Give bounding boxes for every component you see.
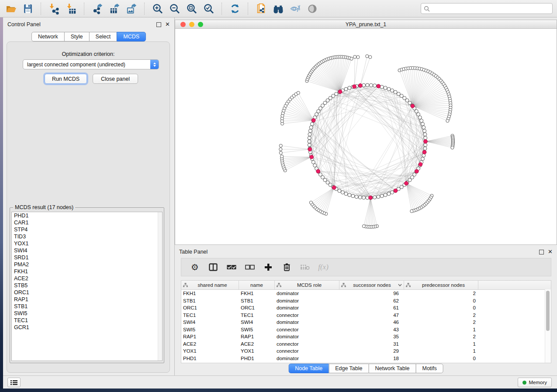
table-row[interactable]: SWI4SWI4dominator462 bbox=[181, 319, 551, 326]
mcds-hub-node[interactable] bbox=[424, 140, 428, 144]
ring-node[interactable] bbox=[423, 133, 427, 136]
mcds-hub-node[interactable] bbox=[369, 196, 373, 199]
leaf-node[interactable] bbox=[410, 210, 413, 213]
ring-node[interactable] bbox=[423, 129, 426, 133]
leaf-node[interactable] bbox=[366, 55, 369, 58]
table-row[interactable]: FKH1FKH1dominator962 bbox=[181, 290, 551, 297]
search-box[interactable] bbox=[421, 3, 553, 14]
mcds-result-item[interactable]: STB5 bbox=[12, 282, 162, 289]
table-row[interactable]: SWI5SWI5connector431 bbox=[181, 326, 551, 334]
leaf-node[interactable] bbox=[446, 119, 449, 122]
mcds-result-item[interactable]: SWI4 bbox=[12, 247, 162, 254]
mcds-result-item[interactable]: STP4 bbox=[12, 226, 162, 233]
column-header-mcds-role[interactable]: MCDS role bbox=[275, 281, 339, 289]
refresh-button[interactable] bbox=[228, 2, 242, 15]
mcds-result-item[interactable]: PMA2 bbox=[12, 261, 162, 268]
run-mcds-button[interactable]: Run MCDS bbox=[45, 74, 87, 84]
function-builder-button[interactable]: f(x) bbox=[318, 262, 328, 272]
mcds-hub-node[interactable] bbox=[338, 90, 342, 94]
leaf-node[interactable] bbox=[369, 55, 372, 58]
open-file-button[interactable] bbox=[4, 2, 17, 15]
mcds-hub-node[interactable] bbox=[310, 155, 314, 159]
ring-node[interactable] bbox=[313, 164, 317, 167]
table-scrollbar[interactable] bbox=[545, 289, 551, 363]
export-network-button[interactable] bbox=[91, 2, 104, 15]
ring-node[interactable] bbox=[373, 196, 377, 199]
mcds-hub-node[interactable] bbox=[415, 169, 419, 173]
mcds-result-item[interactable]: SRD1 bbox=[12, 254, 162, 261]
ring-node[interactable] bbox=[358, 196, 362, 199]
mcds-result-item[interactable]: TID3 bbox=[12, 233, 162, 240]
ring-node[interactable] bbox=[373, 84, 377, 87]
mcds-hub-node[interactable] bbox=[358, 84, 362, 88]
ring-node[interactable] bbox=[308, 143, 311, 147]
mcds-result-item[interactable]: ACE2 bbox=[12, 275, 162, 282]
ring-node[interactable] bbox=[308, 129, 312, 133]
mcds-hub-node[interactable] bbox=[377, 84, 381, 88]
memory-button[interactable]: Memory bbox=[518, 378, 552, 387]
deselect-all-button[interactable] bbox=[245, 262, 255, 272]
ring-node[interactable] bbox=[377, 195, 380, 199]
save-button[interactable] bbox=[21, 2, 35, 15]
mcds-result-item[interactable]: TEC1 bbox=[12, 317, 162, 324]
export-image-button[interactable] bbox=[125, 2, 138, 15]
table-row[interactable]: ACE2ACE2connector311 bbox=[181, 340, 551, 348]
preview-eye-button[interactable] bbox=[306, 2, 319, 15]
mcds-result-item[interactable]: RAP1 bbox=[12, 296, 162, 303]
ring-node[interactable] bbox=[421, 122, 425, 126]
ring-node[interactable] bbox=[362, 196, 366, 199]
ring-node[interactable] bbox=[355, 195, 358, 199]
mcds-result-item[interactable]: CAR1 bbox=[12, 219, 162, 226]
mcds-result-item[interactable]: STB1 bbox=[12, 303, 162, 310]
ring-node[interactable] bbox=[348, 193, 351, 197]
add-column-button[interactable] bbox=[263, 262, 273, 272]
ring-node[interactable] bbox=[335, 92, 338, 96]
show-columns-button[interactable] bbox=[208, 262, 218, 272]
search-input[interactable] bbox=[432, 5, 550, 12]
mcds-hub-node[interactable] bbox=[394, 189, 398, 193]
mcds-hub-node[interactable] bbox=[411, 104, 415, 108]
column-header-name[interactable]: name bbox=[239, 281, 275, 289]
ring-node[interactable] bbox=[391, 191, 394, 194]
table-row[interactable]: RAP1RAP1dominator352 bbox=[181, 333, 551, 340]
ring-node[interactable] bbox=[424, 136, 427, 140]
mcds-result-item[interactable]: YOX1 bbox=[12, 240, 162, 247]
ring-node[interactable] bbox=[387, 192, 391, 196]
ring-node[interactable] bbox=[417, 113, 420, 116]
optimization-criterion-select[interactable]: largest connected component (undirected) bbox=[23, 59, 159, 69]
leaf-node[interactable] bbox=[279, 144, 282, 147]
ring-node[interactable] bbox=[424, 143, 427, 147]
ring-node[interactable] bbox=[311, 161, 315, 164]
float-panel-icon[interactable] bbox=[156, 22, 161, 27]
ring-node[interactable] bbox=[351, 194, 355, 198]
mcds-result-item[interactable]: GCR1 bbox=[12, 324, 162, 331]
tab-edge-table[interactable]: Edge Table bbox=[329, 364, 369, 373]
mcds-hub-node[interactable] bbox=[332, 186, 336, 189]
close-panel-icon[interactable]: ✕ bbox=[165, 22, 170, 27]
select-all-button[interactable] bbox=[227, 262, 236, 272]
leaf-node[interactable] bbox=[309, 201, 312, 204]
tab-mcds[interactable]: MCDS bbox=[117, 32, 146, 41]
tab-network[interactable]: Network bbox=[31, 32, 65, 41]
share-file-button[interactable] bbox=[255, 2, 268, 15]
table-row[interactable]: YOX1YOX1connector291 bbox=[181, 347, 551, 355]
zoom-in-button[interactable] bbox=[151, 2, 164, 15]
network-window-titlebar[interactable]: YPA_prune.txt_1 bbox=[175, 20, 557, 29]
close-panel-icon[interactable]: ✕ bbox=[548, 250, 553, 254]
delete-table-button[interactable] bbox=[300, 262, 310, 272]
hide-unselected-button[interactable] bbox=[289, 2, 302, 15]
ring-node[interactable] bbox=[308, 140, 311, 143]
leaf-node[interactable] bbox=[279, 148, 282, 151]
ring-node[interactable] bbox=[380, 85, 384, 89]
export-table-button[interactable] bbox=[108, 2, 121, 15]
delete-column-button[interactable] bbox=[282, 262, 291, 272]
ring-node[interactable] bbox=[362, 83, 366, 87]
tab-style[interactable]: Style bbox=[64, 32, 90, 41]
zoom-out-button[interactable] bbox=[168, 2, 181, 15]
leaf-node[interactable] bbox=[350, 57, 353, 60]
ring-node[interactable] bbox=[311, 122, 314, 126]
ring-node[interactable] bbox=[420, 119, 423, 123]
ring-node[interactable] bbox=[366, 83, 369, 87]
column-header-shared-name[interactable]: shared name bbox=[181, 281, 239, 289]
network-canvas[interactable] bbox=[175, 29, 557, 244]
